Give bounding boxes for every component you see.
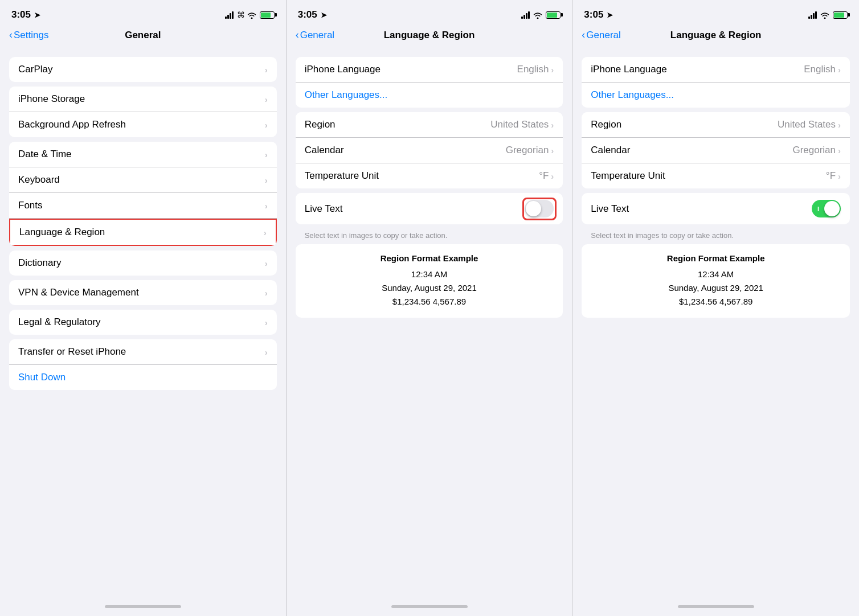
iphone-storage-row[interactable]: iPhone Storage › [9,87,277,112]
calendar-chevron-2: › [551,146,554,155]
group-legal: Legal & Regulatory › [9,310,277,335]
fonts-row[interactable]: Fonts › [9,193,277,219]
background-refresh-row[interactable]: Background App Refresh › [9,112,277,137]
group-vpn: VPN & Device Management › [9,280,277,305]
live-text-toggle-2[interactable] [525,200,554,217]
region-chevron-3: › [838,120,841,130]
live-text-row-2[interactable]: Live Text [296,193,563,224]
keyboard-chevron: › [265,175,268,185]
other-languages-row-3[interactable]: Other Languages... [582,83,850,108]
nav-bar-3: ‹ General Language & Region [572,25,859,48]
group-region-3: Region United States › Calendar Gregoria… [582,112,850,188]
location-arrow-2: ➤ [321,11,327,19]
battery-icon-2 [546,11,561,19]
temp-row-2[interactable]: Temperature Unit °F › [296,163,563,188]
lang-region-chevron: › [264,228,267,237]
status-icons-3 [808,10,848,20]
nav-title-1: General [125,30,161,41]
group-transfer: Transfer or Reset iPhone › Shut Down [9,339,277,390]
vpn-row[interactable]: VPN & Device Management › [9,280,277,305]
group-date-lang: Date & Time › Keyboard › Fonts › Languag… [9,142,277,246]
back-chevron-1: ‹ [9,29,13,41]
transfer-chevron: › [265,347,268,357]
status-time-1: 3:05 ➤ [11,9,40,20]
nav-title-2: Language & Region [384,30,475,41]
legal-row[interactable]: Legal & Regulatory › [9,310,277,335]
content-area-1: CarPlay › iPhone Storage › Background Ap… [0,48,286,597]
live-text-desc-2: Select text in images to copy or take ac… [296,229,563,244]
home-indicator-1 [0,597,286,616]
panel-general: 3:05 ➤ ⌘ ‹ Sett [0,0,287,616]
status-time-3: 3:05 ➤ [584,9,613,20]
region-format-2: Region Format Example 12:34 AM Sunday, A… [296,244,563,318]
region-row-3[interactable]: Region United States › [582,112,850,138]
battery-icon-1 [260,11,275,19]
group-region-2: Region United States › Calendar Gregoria… [296,112,563,188]
signal-bars-1 [225,11,234,19]
content-area-3: iPhone Language English › Other Language… [572,48,859,597]
signal-bars-3 [808,11,817,19]
language-region-row[interactable]: Language & Region › [9,219,277,246]
status-bar-3: 3:05 ➤ [572,0,859,25]
iphone-lang-row-2[interactable]: iPhone Language English › [296,57,563,83]
nav-title-3: Language & Region [670,30,762,41]
calendar-chevron-3: › [838,146,841,155]
date-time-row[interactable]: Date & Time › [9,142,277,167]
back-chevron-2: ‹ [296,29,299,41]
fonts-chevron: › [265,201,268,211]
keyboard-row[interactable]: Keyboard › [9,167,277,193]
iphone-lang-chevron-3: › [838,65,841,75]
wifi-icon-1: ⌘ [237,10,256,19]
group-carplay: CarPlay › [9,57,277,82]
temp-chevron-2: › [551,171,554,181]
refresh-chevron: › [265,120,268,130]
live-text-toggle-3[interactable]: I [812,200,841,217]
back-chevron-3: ‹ [582,29,585,41]
status-time-2: 3:05 ➤ [298,9,327,20]
storage-chevron: › [265,95,268,104]
home-indicator-2 [287,597,572,616]
nav-bar-1: ‹ Settings General [0,25,286,48]
dictionary-chevron: › [265,258,268,268]
live-text-row-3[interactable]: Live Text I [582,193,850,224]
status-icons-1: ⌘ [225,10,275,19]
wifi-icon-2 [533,10,542,20]
dictionary-row[interactable]: Dictionary › [9,250,277,276]
panel-language-region-off: 3:05 ➤ ‹ Gener [287,0,573,616]
battery-icon-3 [833,11,848,19]
group-storage: iPhone Storage › Background App Refresh … [9,87,277,137]
iphone-lang-chevron-2: › [551,65,554,75]
panel-language-region-on: 3:05 ➤ ‹ Gener [572,0,859,616]
date-chevron: › [265,150,268,159]
vpn-chevron: › [265,288,268,298]
wifi-icon-3 [820,10,829,20]
calendar-row-2[interactable]: Calendar Gregorian › [296,138,563,163]
home-indicator-3 [572,597,859,616]
group-live-text-3: Live Text I [582,193,850,224]
back-button-1[interactable]: ‹ Settings [9,30,48,41]
calendar-row-3[interactable]: Calendar Gregorian › [582,138,850,163]
carplay-chevron: › [265,65,268,75]
live-text-desc-3: Select text in images to copy or take ac… [582,229,850,244]
carplay-row[interactable]: CarPlay › [9,57,277,82]
content-area-2: iPhone Language English › Other Language… [287,48,572,597]
group-iphone-lang-2: iPhone Language English › Other Language… [296,57,563,108]
group-iphone-lang-3: iPhone Language English › Other Language… [582,57,850,108]
status-bar-2: 3:05 ➤ [287,0,572,25]
shut-down-row[interactable]: Shut Down [9,365,277,390]
back-button-2[interactable]: ‹ General [296,30,334,41]
temp-row-3[interactable]: Temperature Unit °F › [582,163,850,188]
transfer-reset-row[interactable]: Transfer or Reset iPhone › [9,339,277,365]
nav-bar-2: ‹ General Language & Region [287,25,572,48]
status-icons-2 [521,10,561,20]
region-row-2[interactable]: Region United States › [296,112,563,138]
status-bar-1: 3:05 ➤ ⌘ [0,0,286,25]
signal-bars-2 [521,11,530,19]
temp-chevron-3: › [838,171,841,181]
back-button-3[interactable]: ‹ General [582,30,620,41]
region-chevron-2: › [551,120,554,130]
group-live-text-2: Live Text [296,193,563,224]
other-languages-row-2[interactable]: Other Languages... [296,83,563,108]
iphone-lang-row-3[interactable]: iPhone Language English › [582,57,850,83]
legal-chevron: › [265,318,268,327]
